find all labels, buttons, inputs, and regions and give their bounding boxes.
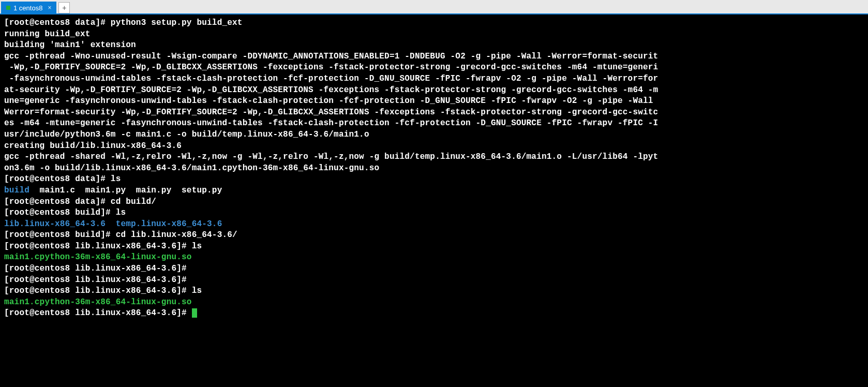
terminal-line: usr/include/python3.6m -c main1.c -o bui… <box>4 129 864 141</box>
terminal-line: creating build/lib.linux-x86_64-3.6 <box>4 141 864 152</box>
terminal-text: build <box>4 186 29 195</box>
terminal-line: running build_ext <box>4 29 864 40</box>
terminal-line: [root@centos8 build]# ls <box>4 207 864 219</box>
terminal-line: gcc -pthread -shared -Wl,-z,relro -Wl,-z… <box>4 152 864 163</box>
terminal-text: main1.cpython-36m-x86_64-linux-gnu.so <box>4 252 192 262</box>
terminal-text: running build_ext <box>4 29 91 39</box>
terminal-text: usr/include/python3.6m -c main1.c -o bui… <box>4 130 369 139</box>
cursor-icon <box>192 308 197 318</box>
terminal-text: -fasynchronous-unwind-tables -fstack-cla… <box>4 74 658 83</box>
terminal-text <box>106 219 116 229</box>
status-dot-icon <box>6 6 10 10</box>
tab-label: 1 centos8 <box>13 4 42 12</box>
terminal-text: creating build/lib.linux-x86_64-3.6 <box>4 141 182 151</box>
terminal[interactable]: [root@centos8 data]# python3 setup.py bu… <box>0 14 868 387</box>
terminal-text: [root@centos8 data]# python3 setup.py bu… <box>4 18 243 27</box>
terminal-text: [root@centos8 data]# cd build/ <box>4 197 156 206</box>
terminal-line: une=generic -fasynchronous-unwind-tables… <box>4 96 864 107</box>
terminal-line: [root@centos8 lib.linux-x86_64-3.6]# <box>4 275 864 286</box>
terminal-text: main1.c main1.py main.py setup.py <box>29 186 222 195</box>
terminal-text: lib.linux-x86_64-3.6 <box>4 219 106 229</box>
terminal-text: [root@centos8 lib.linux-x86_64-3.6]# <box>4 275 192 285</box>
terminal-line: [root@centos8 build]# cd lib.linux-x86_6… <box>4 230 864 241</box>
terminal-line: Werror=format-security -Wp,-D_FORTIFY_SO… <box>4 107 864 118</box>
terminal-text: temp.linux-x86_64-3.6 <box>116 219 222 229</box>
tab-active[interactable]: 1 centos8 × <box>1 2 56 14</box>
terminal-line: [root@centos8 lib.linux-x86_64-3.6]# ls <box>4 241 864 252</box>
add-tab-button[interactable]: + <box>58 2 70 13</box>
terminal-text: [root@centos8 build]# cd lib.linux-x86_6… <box>4 230 237 240</box>
terminal-text: building 'main1' extension <box>4 40 136 50</box>
terminal-text: at-security -Wp,-D_FORTIFY_SOURCE=2 -Wp,… <box>4 85 658 95</box>
terminal-line: [root@centos8 data]# python3 setup.py bu… <box>4 18 864 29</box>
terminal-text: [root@centos8 lib.linux-x86_64-3.6]# ls <box>4 286 202 295</box>
terminal-text: on3.6m -o build/lib.linux-x86_64-3.6/mai… <box>4 163 379 173</box>
terminal-line: -fasynchronous-unwind-tables -fstack-cla… <box>4 73 864 85</box>
terminal-text: main1.cpython-36m-x86_64-linux-gnu.so <box>4 297 192 307</box>
terminal-text: [root@centos8 build]# ls <box>4 208 126 217</box>
terminal-text: Werror=format-security -Wp,-D_FORTIFY_SO… <box>4 108 658 117</box>
terminal-text: -Wp,-D_FORTIFY_SOURCE=2 -Wp,-D_GLIBCXX_A… <box>4 63 658 72</box>
terminal-text: [root@centos8 lib.linux-x86_64-3.6]# ls <box>4 242 202 251</box>
terminal-line: [root@centos8 data]# ls <box>4 174 864 185</box>
terminal-text: une=generic -fasynchronous-unwind-tables… <box>4 96 658 106</box>
terminal-line: -Wp,-D_FORTIFY_SOURCE=2 -Wp,-D_GLIBCXX_A… <box>4 62 864 73</box>
terminal-text: [root@centos8 lib.linux-x86_64-3.6]# <box>4 308 192 318</box>
terminal-line: main1.cpython-36m-x86_64-linux-gnu.so <box>4 252 864 263</box>
close-icon[interactable]: × <box>48 4 51 11</box>
terminal-text: es -m64 -mtune=generic -fasynchronous-un… <box>4 118 658 128</box>
terminal-line: gcc -pthread -Wno-unused-result -Wsign-c… <box>4 51 864 63</box>
terminal-line: at-security -Wp,-D_FORTIFY_SOURCE=2 -Wp,… <box>4 85 864 96</box>
terminal-line: [root@centos8 lib.linux-x86_64-3.6]# <box>4 263 864 275</box>
terminal-text: gcc -pthread -Wno-unused-result -Wsign-c… <box>4 52 658 61</box>
terminal-text: [root@centos8 data]# ls <box>4 174 121 184</box>
terminal-line: [root@centos8 data]# cd build/ <box>4 197 864 208</box>
terminal-line: es -m64 -mtune=generic -fasynchronous-un… <box>4 118 864 129</box>
terminal-text: gcc -pthread -shared -Wl,-z,relro -Wl,-z… <box>4 152 658 161</box>
tab-bar: 1 centos8 × + <box>0 0 868 14</box>
terminal-text: [root@centos8 lib.linux-x86_64-3.6]# <box>4 264 192 273</box>
terminal-line: lib.linux-x86_64-3.6 temp.linux-x86_64-3… <box>4 219 864 230</box>
terminal-line: main1.cpython-36m-x86_64-linux-gnu.so <box>4 297 864 308</box>
terminal-line: building 'main1' extension <box>4 40 864 51</box>
terminal-line: [root@centos8 lib.linux-x86_64-3.6]# ls <box>4 286 864 297</box>
terminal-line: on3.6m -o build/lib.linux-x86_64-3.6/mai… <box>4 163 864 174</box>
terminal-line: [root@centos8 lib.linux-x86_64-3.6]# <box>4 308 864 319</box>
terminal-line: build main1.c main1.py main.py setup.py <box>4 185 864 197</box>
